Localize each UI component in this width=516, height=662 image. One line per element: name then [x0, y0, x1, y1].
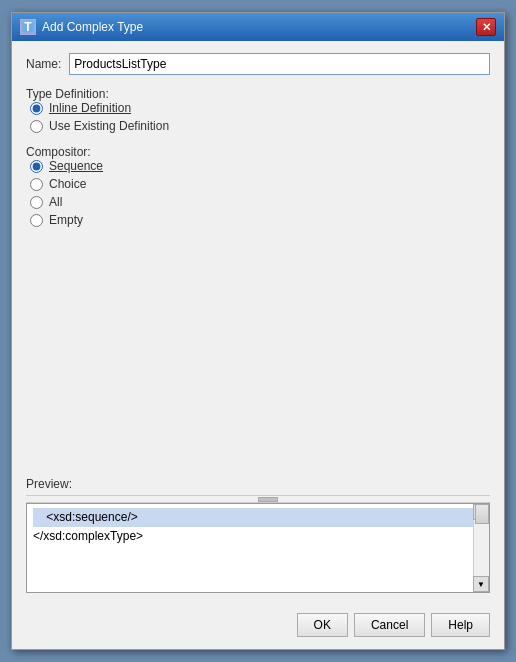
ok-button[interactable]: OK: [297, 613, 348, 637]
compositor-section: Compositor: Sequence Choice All Empty: [26, 145, 490, 227]
preview-section: Preview: <xsd:sequence/> </xsd:complexTy…: [26, 477, 490, 593]
dialog-icon: T: [20, 19, 36, 35]
sequence-radio[interactable]: [30, 160, 43, 173]
cancel-button[interactable]: Cancel: [354, 613, 425, 637]
inline-definition-option[interactable]: Inline Definition: [30, 101, 490, 115]
use-existing-radio[interactable]: [30, 120, 43, 133]
name-label: Name:: [26, 57, 61, 71]
use-existing-label: Use Existing Definition: [49, 119, 169, 133]
empty-radio[interactable]: [30, 214, 43, 227]
all-radio[interactable]: [30, 196, 43, 209]
preview-top-scrollbar[interactable]: [26, 495, 490, 503]
all-option[interactable]: All: [30, 195, 490, 209]
use-existing-option[interactable]: Use Existing Definition: [30, 119, 490, 133]
type-definition-section: Type Definition: Inline Definition Use E…: [26, 87, 490, 133]
preview-line-1: <xsd:sequence/>: [33, 508, 473, 527]
inline-definition-radio[interactable]: [30, 102, 43, 115]
close-button[interactable]: ✕: [476, 18, 496, 36]
dialog-title: Add Complex Type: [42, 20, 143, 34]
title-bar-left: T Add Complex Type: [20, 19, 143, 35]
choice-option[interactable]: Choice: [30, 177, 490, 191]
compositor-group: Sequence Choice All Empty: [26, 159, 490, 227]
dialog-window: T Add Complex Type ✕ Name: Type Definiti…: [11, 12, 505, 650]
all-label: All: [49, 195, 62, 209]
sequence-option[interactable]: Sequence: [30, 159, 490, 173]
preview-box: <xsd:sequence/> </xsd:complexType> ▲ ▼: [26, 503, 490, 593]
name-row: Name:: [26, 53, 490, 75]
inline-definition-label: Inline Definition: [49, 101, 131, 115]
sequence-label: Sequence: [49, 159, 103, 173]
scrollbar-down-arrow[interactable]: ▼: [473, 576, 489, 592]
preview-scrollbar-track[interactable]: ▲ ▼: [473, 504, 489, 592]
type-definition-group: Inline Definition Use Existing Definitio…: [26, 101, 490, 133]
name-input[interactable]: [69, 53, 490, 75]
dialog-content: Name: Type Definition: Inline Definition…: [12, 41, 504, 605]
empty-label: Empty: [49, 213, 83, 227]
preview-content: <xsd:sequence/> </xsd:complexType>: [27, 504, 489, 592]
scrollbar-thumb[interactable]: [475, 504, 489, 524]
preview-label: Preview:: [26, 477, 490, 491]
preview-line-2: </xsd:complexType>: [33, 529, 143, 543]
compositor-label: Compositor:: [26, 145, 490, 159]
title-bar: T Add Complex Type ✕: [12, 13, 504, 41]
spacer: [26, 237, 490, 467]
empty-option[interactable]: Empty: [30, 213, 490, 227]
choice-radio[interactable]: [30, 178, 43, 191]
type-definition-label: Type Definition:: [26, 87, 490, 101]
choice-label: Choice: [49, 177, 86, 191]
help-button[interactable]: Help: [431, 613, 490, 637]
dialog-footer: OK Cancel Help: [12, 605, 504, 649]
preview-top-scrollbar-thumb[interactable]: [258, 497, 278, 502]
svg-text:T: T: [24, 20, 32, 34]
